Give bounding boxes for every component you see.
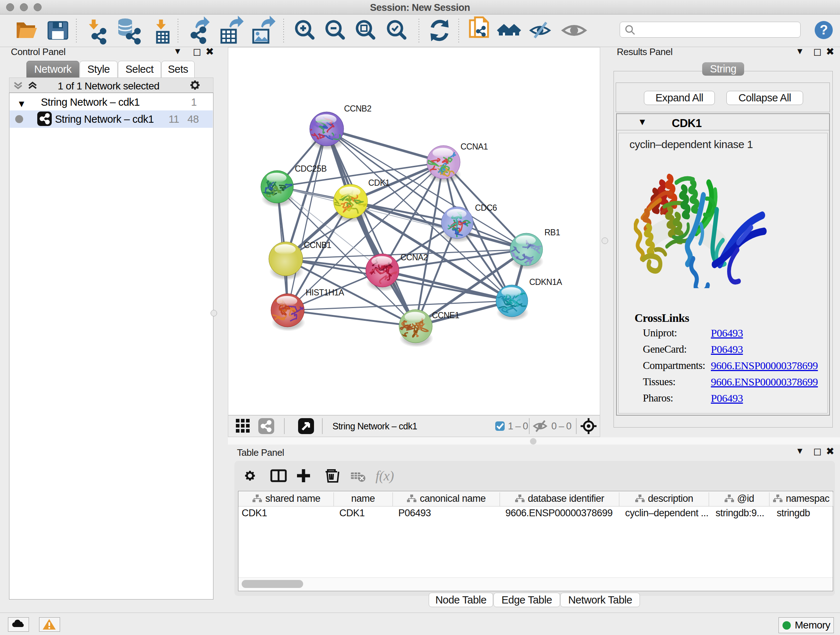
svg-text:CCNA1: CCNA1 (461, 142, 488, 151)
svg-text:CDC25B: CDC25B (295, 164, 327, 173)
svg-text:CCNB2: CCNB2 (344, 104, 371, 113)
svg-text:CDC6: CDC6 (475, 203, 497, 212)
svg-text:CDK1: CDK1 (368, 178, 390, 187)
svg-text:CDKN1A: CDKN1A (529, 277, 562, 287)
svg-text:f(x): f(x) (376, 468, 394, 484)
svg-text:CCNA2: CCNA2 (401, 253, 428, 262)
svg-text:HIST1H1A: HIST1H1A (306, 288, 344, 297)
svg-text:RB1: RB1 (545, 228, 560, 237)
svg-text:CCNB1: CCNB1 (304, 241, 331, 250)
svg-text:CCNE1: CCNE1 (432, 310, 459, 320)
